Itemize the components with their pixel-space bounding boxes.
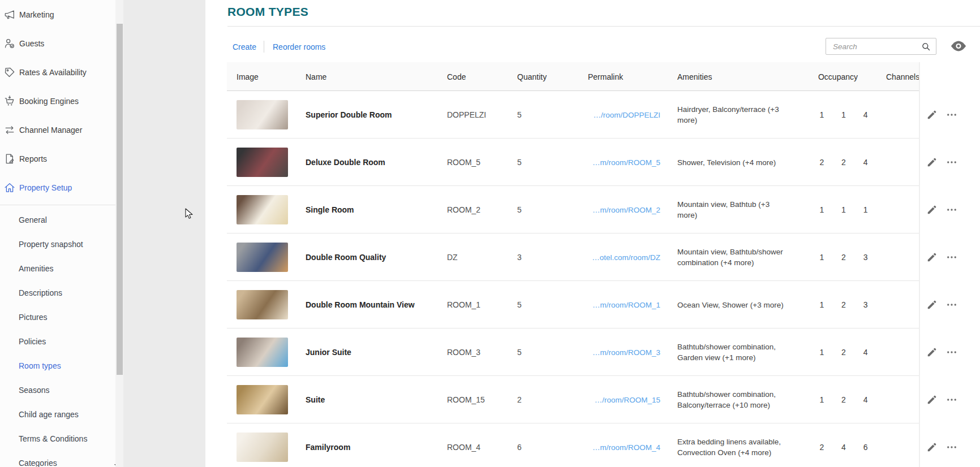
room-occupancy: 246 (811, 423, 876, 467)
sidebar-scrollbar-thumb[interactable] (117, 24, 123, 375)
sidebar-sub-item-categories[interactable]: Categories (0, 451, 115, 467)
create-button[interactable]: Create (233, 42, 256, 51)
sidebar-item-property-setup[interactable]: Property Setup (0, 173, 115, 202)
search-input[interactable] (826, 38, 936, 54)
room-code: ROOM_1 (440, 281, 510, 328)
permalink-link[interactable]: …m/room/ROOM_1 (592, 301, 660, 309)
room-occupancy: 111 (811, 186, 876, 234)
search-icon[interactable] (921, 41, 931, 52)
room-types-page: Marketing Guests Rates & Availability Bo… (0, 0, 980, 467)
more-actions-ellipsis-icon[interactable] (946, 299, 957, 310)
reorder-rooms-button[interactable]: Reorder rooms (273, 42, 325, 51)
permalink-link[interactable]: …m/room/ROOM_5 (592, 158, 660, 167)
room-types-table: Image Name Code Quantity Permalink Ameni… (227, 62, 980, 467)
price-tag-icon (3, 66, 16, 79)
table-row: Superior Double Room DOPPELZI 5 …/room/D… (227, 91, 980, 139)
room-photo-thumbnail (237, 243, 288, 272)
sidebar-item-booking-engines[interactable]: Booking Engines (0, 87, 115, 115)
room-channels-cell (876, 376, 919, 423)
more-actions-ellipsis-icon[interactable] (946, 204, 957, 215)
more-actions-ellipsis-icon[interactable] (946, 109, 957, 120)
search-box (826, 38, 936, 55)
occupancy-value: 2 (833, 395, 855, 404)
main-content: ROOM TYPES Create Reorder rooms Image Na… (205, 0, 980, 467)
table-row: Suite ROOM_15 2 …/room/ROOM_15 Bathtub/s… (227, 376, 980, 423)
room-name: Suite (299, 376, 440, 423)
occupancy-value: 4 (833, 443, 855, 452)
visibility-eye-icon[interactable] (950, 40, 967, 53)
occupancy-value: 2 (833, 158, 855, 167)
room-quantity: 5 (510, 91, 581, 139)
sidebar-sub-item-room-types[interactable]: Room types (0, 353, 115, 378)
table-row: Single Room ROOM_2 5 …m/room/ROOM_2 Moun… (227, 186, 980, 234)
room-name: Double Room Quality (299, 234, 440, 281)
room-quantity: 3 (510, 234, 581, 281)
sidebar-item-channel-manager[interactable]: Channel Manager (0, 115, 115, 144)
house-icon (3, 181, 16, 194)
room-channels-cell (876, 423, 919, 467)
room-occupancy: 123 (811, 234, 876, 281)
edit-pencil-icon[interactable] (926, 299, 938, 310)
room-amenities: Ocean View, Shower (+3 more) (670, 281, 811, 328)
permalink-link[interactable]: …otel.com/room/DZ (592, 253, 660, 262)
edit-pencil-icon[interactable] (926, 347, 938, 358)
more-actions-ellipsis-icon[interactable] (946, 347, 957, 358)
page-title: ROOM TYPES (227, 5, 308, 19)
sidebar-scrollbar[interactable] (115, 0, 123, 467)
sidebar-main-nav: Marketing Guests Rates & Availability Bo… (0, 0, 115, 202)
room-photo-thumbnail (237, 148, 288, 177)
sidebar-sub-item-child-age-ranges[interactable]: Child age ranges (0, 402, 115, 426)
room-channels-cell (876, 91, 919, 139)
more-actions-ellipsis-icon[interactable] (946, 394, 957, 405)
room-amenities: Extra bedding linens available, Convecti… (670, 423, 811, 467)
permalink-link[interactable]: …m/room/ROOM_4 (592, 443, 660, 452)
room-quantity: 5 (510, 281, 581, 328)
content-backdrop-panel (123, 0, 205, 467)
mouse-cursor (185, 208, 193, 219)
permalink-link[interactable]: …m/room/ROOM_2 (592, 206, 660, 214)
room-occupancy: 124 (811, 328, 876, 376)
room-photo-thumbnail (237, 433, 288, 462)
sidebar-sub-item-amenities[interactable]: Amenities (0, 256, 115, 280)
room-occupancy: 114 (811, 91, 876, 139)
edit-pencil-icon[interactable] (926, 252, 938, 263)
room-channels-cell (876, 139, 919, 186)
occupancy-value: 1 (811, 110, 833, 119)
edit-pencil-icon[interactable] (926, 157, 938, 168)
more-actions-ellipsis-icon[interactable] (946, 157, 957, 168)
occupancy-value: 1 (811, 348, 833, 357)
room-code: ROOM_15 (440, 376, 510, 423)
col-header-name: Name (299, 62, 440, 91)
edit-pencil-icon[interactable] (926, 204, 938, 215)
sidebar-item-guests[interactable]: Guests (0, 29, 115, 58)
permalink-link[interactable]: …/room/ROOM_15 (595, 396, 660, 404)
permalink-link[interactable]: …/room/DOPPELZI (593, 111, 660, 119)
sidebar-sub-item-seasons[interactable]: Seasons (0, 378, 115, 402)
sidebar-sub-item-property-snapshot[interactable]: Property snapshot (0, 232, 115, 256)
room-name: Superior Double Room (299, 91, 440, 139)
sidebar-sub-item-descriptions[interactable]: Descriptions (0, 280, 115, 305)
edit-pencil-icon[interactable] (926, 394, 938, 405)
toolbar-separator (264, 41, 264, 53)
sidebar-item-reports[interactable]: Reports (0, 144, 115, 173)
table-row: Junior Suite ROOM_3 5 …m/room/ROOM_3 Bat… (227, 328, 980, 376)
sidebar-item-marketing[interactable]: Marketing (0, 0, 115, 29)
sidebar-sub-item-policies[interactable]: Policies (0, 329, 115, 353)
more-actions-ellipsis-icon[interactable] (946, 252, 957, 263)
more-actions-ellipsis-icon[interactable] (946, 442, 957, 453)
edit-pencil-icon[interactable] (926, 442, 938, 453)
permalink-link[interactable]: …m/room/ROOM_3 (592, 348, 660, 357)
room-name: Double Room Mountain View (299, 281, 440, 328)
sidebar-item-rates-availability[interactable]: Rates & Availability (0, 58, 115, 87)
room-quantity: 5 (510, 186, 581, 234)
occupancy-value: 1 (811, 300, 833, 309)
edit-pencil-icon[interactable] (926, 109, 938, 120)
sidebar-sub-item-general[interactable]: General (0, 207, 115, 232)
sidebar-sub-item-terms-conditions[interactable]: Terms & Conditions (0, 426, 115, 451)
room-name: Junior Suite (299, 328, 440, 376)
room-channels-cell (876, 234, 919, 281)
room-name: Single Room (299, 186, 440, 234)
sidebar-sub-item-pictures[interactable]: Pictures (0, 305, 115, 329)
room-amenities: Mountain view, Bathtub (+3 more) (670, 186, 811, 234)
table-row: Double Room Mountain View ROOM_1 5 …m/ro… (227, 281, 980, 328)
